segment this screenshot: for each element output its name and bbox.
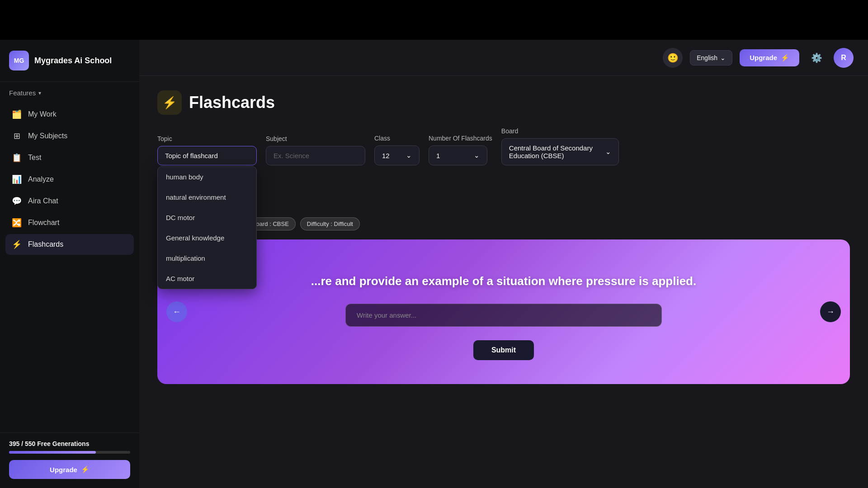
progress-bar-fill [9,451,96,454]
class-label: Class [374,135,420,142]
nav-items: 🗂️ My Work ⊞ My Subjects 📋 Test 📊 Analyz… [0,100,139,432]
features-header[interactable]: Features ▾ [0,82,139,100]
main-content: 🙂 English ⌄ Upgrade ⚡ ⚙️ R ⚡ [139,40,868,488]
settings-button[interactable]: ⚙️ [807,48,826,68]
page-title: Flashcards [189,93,275,112]
sidebar-item-my-subjects[interactable]: ⊞ My Subjects [5,126,134,146]
sidebar-item-test[interactable]: 📋 Test [5,147,134,168]
language-selector[interactable]: English ⌄ [690,50,732,66]
sidebar-item-label: Test [28,154,41,162]
chevron-down-icon: ⌄ [605,148,611,156]
generations-count: 395 / 550 Free Generations [9,440,130,447]
topic-group: Topic human body natural environment DC … [157,135,257,165]
work-icon: 🗂️ [12,109,22,119]
submit-label: Submit [491,346,516,354]
logo-icon: MG [9,51,29,70]
sidebar-item-label: Analyze [28,175,54,183]
number-select[interactable]: 1 ⌄ [429,145,487,165]
board-group: Board Central Board of Secondary Educati… [501,127,619,165]
sidebar-item-analyze[interactable]: 📊 Analyze [5,169,134,190]
header: 🙂 English ⌄ Upgrade ⚡ ⚙️ R [139,40,868,76]
form-row: Topic human body natural environment DC … [157,127,850,165]
page-title-row: ⚡ Flashcards [157,90,850,115]
language-label: English [697,54,717,61]
emoji-button[interactable]: 🙂 [663,48,683,68]
class-group: Class 12 ⌄ [374,135,420,165]
avatar-initial: R [841,54,846,62]
subjects-icon: ⊞ [12,131,22,141]
sidebar-item-label: My Work [28,110,57,118]
suggestion-human-body[interactable]: human body [158,167,256,187]
right-arrow-icon: → [826,307,835,317]
flashcard-question: ...re and provide an example of a situat… [311,272,696,290]
upgrade-arrow-icon: ⚡ [81,465,90,474]
answer-input[interactable] [345,304,662,327]
suggestion-ac-motor[interactable]: AC motor [158,268,256,289]
board-value: Central Board of Secondary Education (CB… [509,144,602,160]
subject-label: Subject [266,135,365,142]
left-arrow-icon: ← [173,307,181,317]
number-value: 1 [436,152,440,160]
top-bar [0,0,868,40]
avatar[interactable]: R [834,48,854,68]
progress-bar-background [9,451,130,454]
upgrade-header-label: Upgrade [750,54,777,61]
sidebar-item-label: Flashcards [28,240,63,249]
analyze-icon: 📊 [12,174,22,184]
flashcards-icon: ⚡ [12,239,22,249]
board-select[interactable]: Central Board of Secondary Education (CB… [501,138,619,165]
subject-input[interactable] [266,146,365,165]
tags-bar: Topic : Pr... Class : 8 Board : CBSE Dif… [157,217,850,230]
sidebar-item-label: Flowchart [28,219,59,227]
page-icon: ⚡ [157,90,182,115]
board-label: Board [501,127,619,135]
next-card-button[interactable]: → [820,301,841,322]
flashcard-area: ← ...re and provide an example of a situ… [157,239,850,384]
sidebar: MG Mygrades Ai School Features ▾ 🗂️ My W… [0,40,139,488]
sidebar-logo[interactable]: MG Mygrades Ai School [0,40,139,82]
lightning-icon: ⚡ [781,54,789,62]
chevron-down-icon: ⌄ [474,151,480,160]
flowchart-icon: 🔀 [12,218,22,228]
topic-dropdown: human body natural environment DC motor … [157,166,257,289]
sidebar-item-aira-chat[interactable]: 💬 Aira Chat [5,191,134,211]
class-value: 12 [382,152,390,160]
chevron-down-icon: ▾ [38,90,41,96]
submit-button[interactable]: Submit [473,340,534,360]
class-select[interactable]: 12 ⌄ [374,145,420,165]
topic-label: Topic [157,135,257,142]
page-content: ⚡ Flashcards Topic human body natural en… [139,76,868,488]
upgrade-label: Upgrade [50,466,77,474]
gear-icon: ⚙️ [811,52,822,63]
sidebar-item-flashcards[interactable]: ⚡ Flashcards [5,234,134,255]
flashcards-page-icon: ⚡ [162,96,177,110]
sidebar-item-label: My Subjects [28,132,67,140]
subject-group: Subject [266,135,365,165]
suggestion-natural-environment[interactable]: natural environment [158,187,256,207]
app-name: Mygrades Ai School [34,56,112,66]
test-icon: 📋 [12,153,22,163]
sidebar-item-label: Aira Chat [28,197,58,205]
suggestion-dc-motor[interactable]: DC motor [158,207,256,228]
chat-icon: 💬 [12,196,22,206]
sidebar-item-flowchart[interactable]: 🔀 Flowchart [5,212,134,233]
suggestion-multiplication[interactable]: multiplication [158,248,256,268]
suggestion-general-knowledge[interactable]: General knowledge [158,228,256,248]
number-label: Number Of Flashcards [429,135,492,142]
topic-input[interactable] [157,146,257,165]
upgrade-button-sidebar[interactable]: Upgrade ⚡ [9,460,130,479]
chevron-down-icon: ⌄ [406,151,412,160]
difficulty-row: Difficulty Easy [157,174,850,205]
sidebar-item-my-work[interactable]: 🗂️ My Work [5,104,134,125]
tag-difficulty: Difficulty : Difficult [300,217,360,230]
features-label: Features [9,89,36,97]
sidebar-bottom: 395 / 550 Free Generations Upgrade ⚡ [0,432,139,488]
upgrade-button-header[interactable]: Upgrade ⚡ [740,49,799,66]
number-group: Number Of Flashcards 1 ⌄ [429,135,492,165]
prev-card-button[interactable]: ← [166,301,187,322]
chevron-down-icon: ⌄ [720,54,726,61]
